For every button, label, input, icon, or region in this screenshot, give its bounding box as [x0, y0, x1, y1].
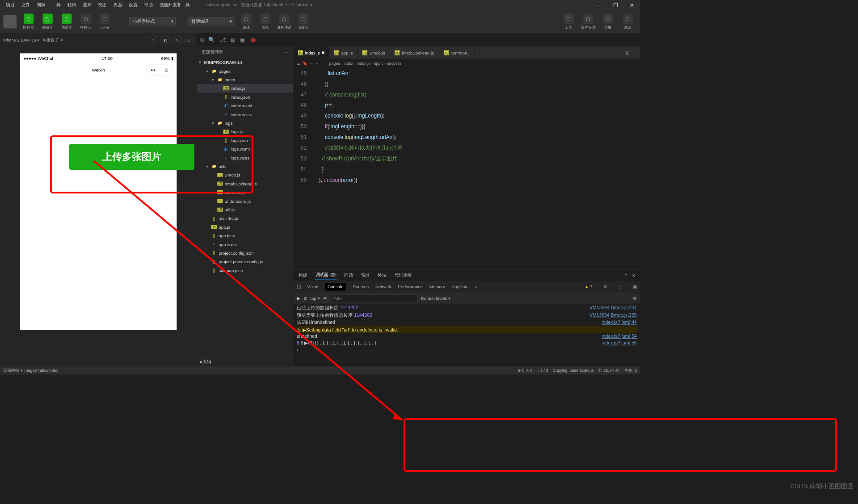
toolbar-button[interactable]: ▢真机调试	[275, 13, 293, 31]
page-path[interactable]: 页面路径 ▾ | pages/index/index	[3, 367, 58, 373]
devtool-tab[interactable]: Memory	[429, 284, 445, 289]
toolbar-button[interactable]: ▢版本管理	[579, 13, 597, 31]
sim-icon[interactable]: ⊡	[185, 36, 193, 44]
files-icon[interactable]: ⧉	[200, 37, 204, 42]
toolbar-button[interactable]: ▢编译	[237, 13, 255, 31]
editor-tab[interactable]: JSindex.js	[293, 46, 329, 59]
toolbar-button[interactable]: ▢可视化	[76, 13, 95, 31]
editor-tab[interactable]: JScommon.j	[439, 46, 474, 59]
menu-item[interactable]: 编辑	[34, 0, 48, 9]
tree-item[interactable]: {}.eslintrc.js	[197, 214, 293, 223]
menu-icon[interactable]: ⋮	[618, 284, 622, 289]
menu-item[interactable]: 帮助	[141, 0, 155, 9]
menu-item[interactable]: 视图	[95, 0, 109, 9]
dock-icon[interactable]: ▣	[633, 284, 637, 289]
panel-tab[interactable]: 构建	[298, 271, 308, 279]
search-icon[interactable]: 🔍	[208, 37, 215, 43]
bc-icon[interactable]: ☰	[297, 61, 300, 66]
editor-tab[interactable]: JSBmob.js	[358, 46, 390, 59]
outline-label[interactable]: 大纲	[202, 359, 211, 365]
filter-input[interactable]	[331, 294, 418, 302]
devtool-tab[interactable]: Wxml	[307, 284, 318, 289]
crumb[interactable]: uppic	[374, 61, 383, 66]
devtool-tab[interactable]: Performance	[398, 284, 423, 289]
panel-tab[interactable]: 调试器 7	[315, 271, 337, 280]
mode-select[interactable]: 小程序模式	[129, 17, 176, 26]
bc-icon[interactable]: 🔖	[303, 61, 307, 66]
tree-item[interactable]: ▾📁logs	[197, 119, 293, 127]
play-icon[interactable]: ▶	[297, 295, 300, 300]
devtool-tab[interactable]: Console	[325, 283, 346, 290]
more-icon[interactable]: »	[475, 284, 477, 289]
cursor-pos[interactable]: 行 32, 列 48	[598, 367, 620, 373]
grid-icon[interactable]: ▦	[230, 37, 235, 43]
capsule[interactable]: •••◎	[146, 65, 173, 76]
chevron-up-icon[interactable]: ˄	[625, 273, 627, 278]
sim-icon[interactable]: ◐	[161, 36, 169, 44]
panel-tab[interactable]: 终端	[377, 271, 387, 279]
toolbar-button[interactable]: ▢预览	[256, 13, 274, 31]
project-root[interactable]: MINIPROGRAM-14	[204, 60, 242, 65]
tree-item[interactable]: ▾📁pages	[197, 67, 293, 75]
tree-item[interactable]: ▾📁index	[197, 76, 293, 84]
eye-icon[interactable]: 👁	[323, 295, 328, 300]
tree-item[interactable]: {}app.json	[197, 231, 293, 240]
tree-item[interactable]: JSunderscore.js	[197, 197, 293, 205]
menu-item[interactable]: 微信开发者工具	[157, 0, 193, 9]
editor-tab[interactable]: JSbmobSocketIo.js	[390, 46, 439, 59]
problems-count[interactable]: ⊗ 0 ⚠ 0	[517, 368, 532, 373]
panel-tab[interactable]: 问题	[344, 271, 353, 279]
indent-info[interactable]: 空格: 2	[624, 367, 637, 373]
tree-item[interactable]: JSapp.js	[197, 223, 293, 231]
toolbar-button[interactable]: ▢编辑器	[38, 13, 57, 31]
toolbar-button[interactable]: ▢消息	[618, 13, 637, 31]
device-select[interactable]: iPhone 5 100% 16 ▾	[3, 38, 39, 42]
gear-icon[interactable]: ⚙	[633, 295, 637, 300]
menu-item[interactable]: 工具	[49, 0, 63, 9]
bug-icon[interactable]: 🐞	[250, 37, 257, 43]
menu-item[interactable]: 转到	[65, 0, 79, 9]
compile-select[interactable]: 普通编译	[188, 17, 234, 26]
crumb[interactable]: success	[387, 61, 401, 66]
menu-item[interactable]: 界面	[111, 0, 125, 9]
tree-item[interactable]: JSlogs.js	[197, 127, 293, 136]
close-icon[interactable]: ✕	[627, 0, 637, 9]
toolbar-button[interactable]: ▢模拟器	[19, 13, 38, 31]
devtool-tab[interactable]: Network	[375, 284, 391, 289]
toolbar-button[interactable]: ▢详情	[599, 13, 617, 31]
tree-item[interactable]: {}project.config.json	[197, 249, 293, 257]
sim-icon[interactable]: ⟲	[172, 36, 181, 44]
clear-icon[interactable]: ⊘	[303, 295, 307, 300]
sim-icon[interactable]: ○	[149, 36, 157, 44]
toolbar-button[interactable]: ▢上传	[559, 13, 578, 31]
toolbar-button[interactable]: ▢清缓存	[294, 13, 312, 31]
tree-item[interactable]: ≡index.wxss	[197, 110, 293, 118]
tree-item[interactable]: JSutil.js	[197, 206, 293, 214]
crumb[interactable]: index	[344, 61, 353, 66]
minimize-icon[interactable]: —	[593, 0, 604, 9]
split-icon[interactable]: ▥	[625, 50, 629, 55]
devtool-tab[interactable]: Sources	[353, 284, 369, 289]
toolbar-button[interactable]: ▢调试器	[57, 13, 76, 31]
upload-button[interactable]: 上传多张图片	[69, 144, 194, 170]
bc-nav[interactable]: ← →	[309, 61, 318, 66]
crumb[interactable]: index.js	[357, 61, 370, 66]
context-select[interactable]: top ▾	[311, 295, 320, 300]
more-icon[interactable]: ⋯	[284, 50, 289, 55]
tree-item[interactable]: ◧index.wxml	[197, 101, 293, 110]
menu-item[interactable]: 选择	[80, 0, 94, 9]
warning-badge[interactable]: ▲ 7	[585, 284, 593, 289]
menu-item[interactable]: 文件	[19, 0, 33, 9]
tree-item[interactable]: ≡app.wxss	[197, 240, 293, 248]
ext-icon[interactable]: ▣	[240, 37, 245, 43]
menu-item[interactable]: 设置	[126, 0, 140, 9]
more-icon[interactable]: ⋯	[632, 50, 637, 55]
inspect-icon[interactable]: ⬚	[297, 284, 301, 289]
toolbar-button[interactable]: ▢云开发	[95, 13, 114, 31]
crumb[interactable]: pages	[329, 61, 340, 66]
maximize-icon[interactable]: ❐	[610, 0, 620, 9]
panel-tab[interactable]: 代码质量	[394, 271, 412, 279]
branch-icon[interactable]: ⎇	[220, 37, 226, 43]
editor-tab[interactable]: JSapp.js	[329, 46, 358, 59]
devtool-tab[interactable]: AppData	[452, 284, 469, 289]
